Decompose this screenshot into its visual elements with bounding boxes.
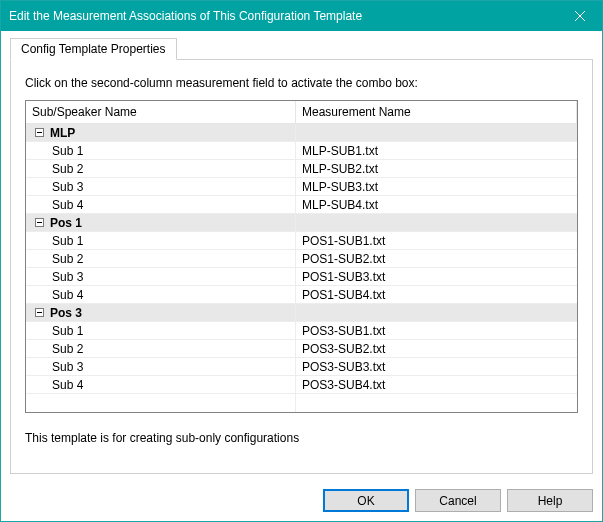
table-row: Sub 3POS3-SUB3.txt bbox=[26, 358, 577, 376]
sub-name: Sub 3 bbox=[52, 180, 83, 194]
group-name-cell: Pos 3 bbox=[26, 304, 296, 321]
collapse-icon[interactable] bbox=[32, 126, 46, 140]
sub-name: Sub 4 bbox=[52, 288, 83, 302]
measurement-name: MLP-SUB3.txt bbox=[302, 180, 378, 194]
client-area: Config Template Properties Click on the … bbox=[1, 31, 602, 483]
sub-name-cell: Sub 4 bbox=[26, 376, 296, 393]
sub-name-cell: Sub 2 bbox=[26, 250, 296, 267]
measurement-cell[interactable]: POS1-SUB1.txt bbox=[296, 232, 577, 249]
sub-name-cell: Sub 2 bbox=[26, 160, 296, 177]
measurement-cell[interactable]: MLP-SUB3.txt bbox=[296, 178, 577, 195]
measurement-name: POS1-SUB1.txt bbox=[302, 234, 385, 248]
tab-panel: Click on the second-column measurement f… bbox=[10, 59, 593, 474]
ok-button[interactable]: OK bbox=[323, 489, 409, 512]
sub-name: Sub 1 bbox=[52, 144, 83, 158]
grid-body: MLPSub 1MLP-SUB1.txtSub 2MLP-SUB2.txtSub… bbox=[26, 124, 577, 412]
group-measurement-cell bbox=[296, 124, 577, 141]
measurement-name: POS1-SUB2.txt bbox=[302, 252, 385, 266]
close-icon bbox=[575, 11, 585, 21]
table-row: Sub 3POS1-SUB3.txt bbox=[26, 268, 577, 286]
sub-name-cell: Sub 3 bbox=[26, 358, 296, 375]
column-header-sub[interactable]: Sub/Speaker Name bbox=[26, 101, 296, 123]
measurement-name: MLP-SUB1.txt bbox=[302, 144, 378, 158]
measurement-name: POS3-SUB2.txt bbox=[302, 342, 385, 356]
sub-name-cell: Sub 1 bbox=[26, 142, 296, 159]
table-row: Sub 3MLP-SUB3.txt bbox=[26, 178, 577, 196]
group-measurement-cell bbox=[296, 304, 577, 321]
table-row: Sub 4POS1-SUB4.txt bbox=[26, 286, 577, 304]
measurement-grid: Sub/Speaker Name Measurement Name MLPSub… bbox=[25, 100, 578, 413]
measurement-cell[interactable]: MLP-SUB2.txt bbox=[296, 160, 577, 177]
measurement-name: MLP-SUB2.txt bbox=[302, 162, 378, 176]
table-row: Sub 1POS3-SUB1.txt bbox=[26, 322, 577, 340]
group-name-cell: MLP bbox=[26, 124, 296, 141]
table-row: Sub 2POS3-SUB2.txt bbox=[26, 340, 577, 358]
close-button[interactable] bbox=[557, 1, 602, 31]
measurement-cell[interactable]: POS1-SUB2.txt bbox=[296, 250, 577, 267]
measurement-name: POS1-SUB4.txt bbox=[302, 288, 385, 302]
sub-name-cell: Sub 3 bbox=[26, 268, 296, 285]
dialog-button-row: OK Cancel Help bbox=[1, 483, 602, 521]
group-row[interactable]: Pos 1 bbox=[26, 214, 577, 232]
column-header-measurement[interactable]: Measurement Name bbox=[296, 101, 577, 123]
footer-text: This template is for creating sub-only c… bbox=[25, 431, 578, 445]
measurement-name: MLP-SUB4.txt bbox=[302, 198, 378, 212]
group-name-cell: Pos 1 bbox=[26, 214, 296, 231]
measurement-cell[interactable]: MLP-SUB4.txt bbox=[296, 196, 577, 213]
measurement-cell[interactable]: POS3-SUB1.txt bbox=[296, 322, 577, 339]
sub-name: Sub 4 bbox=[52, 378, 83, 392]
measurement-cell[interactable]: POS1-SUB4.txt bbox=[296, 286, 577, 303]
sub-name-cell: Sub 2 bbox=[26, 340, 296, 357]
sub-name: Sub 1 bbox=[52, 234, 83, 248]
grid-header-row: Sub/Speaker Name Measurement Name bbox=[26, 101, 577, 124]
cancel-button[interactable]: Cancel bbox=[415, 489, 501, 512]
group-row[interactable]: MLP bbox=[26, 124, 577, 142]
measurement-cell[interactable]: POS1-SUB3.txt bbox=[296, 268, 577, 285]
sub-name: Sub 3 bbox=[52, 360, 83, 374]
instruction-text: Click on the second-column measurement f… bbox=[25, 76, 578, 90]
table-row: Sub 2MLP-SUB2.txt bbox=[26, 160, 577, 178]
group-row[interactable]: Pos 3 bbox=[26, 304, 577, 322]
collapse-icon[interactable] bbox=[32, 306, 46, 320]
sub-name-cell: Sub 3 bbox=[26, 178, 296, 195]
measurement-name: POS3-SUB4.txt bbox=[302, 378, 385, 392]
collapse-icon[interactable] bbox=[32, 216, 46, 230]
group-name: Pos 3 bbox=[50, 306, 82, 320]
sub-name-cell: Sub 4 bbox=[26, 196, 296, 213]
sub-name: Sub 2 bbox=[52, 342, 83, 356]
title-bar: Edit the Measurement Associations of Thi… bbox=[1, 1, 602, 31]
sub-name: Sub 2 bbox=[52, 252, 83, 266]
table-row: Sub 4POS3-SUB4.txt bbox=[26, 376, 577, 394]
measurement-cell[interactable]: POS3-SUB2.txt bbox=[296, 340, 577, 357]
window-title: Edit the Measurement Associations of Thi… bbox=[9, 9, 557, 23]
tab-config-template-properties[interactable]: Config Template Properties bbox=[10, 38, 177, 60]
sub-name-cell: Sub 1 bbox=[26, 232, 296, 249]
table-row: Sub 2POS1-SUB2.txt bbox=[26, 250, 577, 268]
measurement-name: POS3-SUB3.txt bbox=[302, 360, 385, 374]
group-name: Pos 1 bbox=[50, 216, 82, 230]
table-row: Sub 4MLP-SUB4.txt bbox=[26, 196, 577, 214]
dialog-window: Edit the Measurement Associations of Thi… bbox=[0, 0, 603, 522]
sub-name: Sub 2 bbox=[52, 162, 83, 176]
sub-name: Sub 4 bbox=[52, 198, 83, 212]
sub-name: Sub 1 bbox=[52, 324, 83, 338]
measurement-cell[interactable]: POS3-SUB4.txt bbox=[296, 376, 577, 393]
tab-strip: Config Template Properties bbox=[10, 37, 593, 59]
measurement-name: POS3-SUB1.txt bbox=[302, 324, 385, 338]
table-row: Sub 1POS1-SUB1.txt bbox=[26, 232, 577, 250]
table-row: Sub 1MLP-SUB1.txt bbox=[26, 142, 577, 160]
sub-name-cell: Sub 4 bbox=[26, 286, 296, 303]
measurement-name: POS1-SUB3.txt bbox=[302, 270, 385, 284]
group-name: MLP bbox=[50, 126, 75, 140]
empty-row bbox=[26, 394, 577, 412]
group-measurement-cell bbox=[296, 214, 577, 231]
measurement-cell[interactable]: MLP-SUB1.txt bbox=[296, 142, 577, 159]
sub-name-cell: Sub 1 bbox=[26, 322, 296, 339]
measurement-cell[interactable]: POS3-SUB3.txt bbox=[296, 358, 577, 375]
sub-name: Sub 3 bbox=[52, 270, 83, 284]
help-button[interactable]: Help bbox=[507, 489, 593, 512]
